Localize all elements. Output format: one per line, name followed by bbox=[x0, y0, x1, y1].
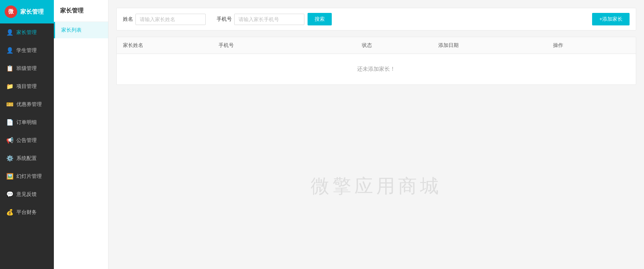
coupon-icon: 🎫 bbox=[6, 101, 13, 108]
name-label: 姓名 bbox=[123, 16, 133, 23]
sidebar-item-finance[interactable]: 💰 平台财务 bbox=[0, 203, 54, 221]
sidebar-item-parent[interactable]: 👤 家长管理 bbox=[0, 23, 54, 41]
sidebar-label-feedback: 意见反馈 bbox=[16, 191, 37, 198]
table-container: 家长姓名 手机号 状态 添加日期 操作 还未添加家长！ bbox=[116, 37, 636, 85]
notice-icon: 📢 bbox=[6, 137, 13, 144]
student-icon: 👤 bbox=[6, 47, 13, 54]
sidebar-label-class: 班级管理 bbox=[16, 65, 37, 72]
sidebar-item-project[interactable]: 📁 项目管理 bbox=[0, 77, 54, 95]
sidebar-label-parent: 家长管理 bbox=[16, 29, 37, 36]
search-bar: 姓名 手机号 搜索 +添加家长 bbox=[116, 8, 636, 30]
sidebar-item-order[interactable]: 📄 订单明细 bbox=[0, 113, 54, 131]
feedback-icon: 💬 bbox=[6, 191, 13, 198]
col-action: 操作 bbox=[553, 42, 630, 49]
sidebar-label-settings: 系统配置 bbox=[16, 155, 37, 162]
sub-sidebar-item-parent-list[interactable]: 家长列表 bbox=[54, 22, 108, 38]
table-header: 家长姓名 手机号 状态 添加日期 操作 bbox=[117, 37, 636, 54]
order-icon: 📄 bbox=[6, 119, 13, 126]
phone-input[interactable] bbox=[234, 14, 304, 25]
sidebar-item-slides[interactable]: 🖼️ 幻灯片管理 bbox=[0, 167, 54, 185]
sidebar-item-student[interactable]: 👤 学生管理 bbox=[0, 41, 54, 59]
sidebar-item-notice[interactable]: 📢 公告管理 bbox=[0, 131, 54, 149]
sub-sidebar: 家长管理 家长列表 bbox=[54, 0, 109, 269]
table-empty: 还未添加家长！ bbox=[117, 54, 636, 84]
sidebar-label-slides: 幻灯片管理 bbox=[16, 173, 42, 180]
project-icon: 📁 bbox=[6, 83, 13, 90]
col-date: 添加日期 bbox=[438, 42, 553, 49]
main-content: 姓名 手机号 搜索 +添加家长 家长姓名 手机号 状态 添加日期 操作 还未添加… bbox=[109, 0, 644, 269]
sidebar-item-settings[interactable]: ⚙️ 系统配置 bbox=[0, 149, 54, 167]
slides-icon: 🖼️ bbox=[6, 173, 13, 180]
sidebar: 微 家长管理 👤 家长管理 👤 学生管理 📋 班级管理 📁 项目管理 🎫 优惠券… bbox=[0, 0, 54, 269]
watermark: 微擎应用商城 bbox=[311, 174, 442, 199]
sidebar-label-order: 订单明细 bbox=[16, 119, 37, 126]
settings-icon: ⚙️ bbox=[6, 155, 13, 162]
sidebar-item-coupon[interactable]: 🎫 优惠券管理 bbox=[0, 95, 54, 113]
sidebar-label-coupon: 优惠券管理 bbox=[16, 101, 42, 108]
finance-icon: 💰 bbox=[6, 209, 13, 216]
class-icon: 📋 bbox=[6, 65, 13, 72]
phone-label: 手机号 bbox=[217, 16, 232, 23]
sidebar-header: 微 家长管理 bbox=[0, 0, 54, 23]
sidebar-item-feedback[interactable]: 💬 意见反馈 bbox=[0, 185, 54, 203]
col-status: 状态 bbox=[362, 42, 438, 49]
col-name: 家长姓名 bbox=[123, 42, 219, 49]
add-parent-button[interactable]: +添加家长 bbox=[592, 13, 630, 25]
brand-icon: 微 bbox=[5, 5, 17, 18]
content-wrapper: 家长管理 家长列表 姓名 手机号 搜索 +添加家长 家长姓名 手机号 状态 添加… bbox=[54, 0, 644, 269]
sidebar-label-student: 学生管理 bbox=[16, 47, 37, 54]
col-phone: 手机号 bbox=[219, 42, 362, 49]
sidebar-label-notice: 公告管理 bbox=[16, 137, 37, 144]
sidebar-label-project: 项目管理 bbox=[16, 83, 37, 90]
sidebar-header-title: 家长管理 bbox=[20, 8, 44, 16]
sidebar-label-finance: 平台财务 bbox=[16, 209, 37, 216]
search-button[interactable]: 搜索 bbox=[308, 13, 332, 25]
parent-icon: 👤 bbox=[6, 29, 13, 36]
name-input[interactable] bbox=[135, 14, 206, 25]
sidebar-item-class[interactable]: 📋 班级管理 bbox=[0, 59, 54, 77]
sub-sidebar-title: 家长管理 bbox=[54, 0, 108, 22]
